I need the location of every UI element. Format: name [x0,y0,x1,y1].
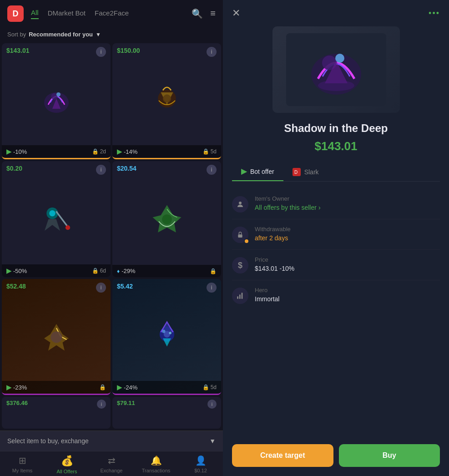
chevron-right-icon: › [318,204,321,211]
grid-row-1: $143.01 i ▶ -10% [2,43,221,159]
item-discount-3: ▶ -50% [6,267,27,274]
dmarket-source-icon-3: ▶ [6,267,11,274]
items-grid: $143.01 i ▶ -10% [0,41,223,430]
detail-owner: Item's Owner All offers by this seller › [232,189,440,219]
svg-point-10 [50,331,62,343]
price-icon: $ [232,257,248,273]
svg-rect-25 [239,294,241,299]
item-artwork-5 [36,316,77,357]
hero-item-image [272,26,400,113]
tab-bot-offer[interactable]: ▶ Bot offer [232,162,283,181]
price-content: Price $143.01 -10% [255,256,440,272]
nav-all-offers[interactable]: 💰 All Offers [45,455,89,474]
svg-rect-24 [237,296,238,299]
slark-flag-icon: D [293,168,301,176]
exchange-label: Exchange [101,468,123,473]
balance-label: $0.12 [194,468,207,473]
detail-hero: Hero Immortal [232,280,440,310]
app-header: D All DMarket Bot Face2Face 🔍 ≡ [0,0,223,27]
nav-tabs: All DMarket Bot Face2Face [31,9,184,19]
item-artwork-2 [146,80,187,121]
nav-tab-face2face[interactable]: Face2Face [95,9,129,19]
svg-rect-26 [242,293,243,299]
item-discount-value-2: -14% [124,148,137,155]
item-info-btn-2[interactable]: i [207,47,217,57]
svg-point-8 [66,225,70,230]
nav-tab-all[interactable]: All [31,9,39,19]
bot-offer-label: Bot offer [250,168,274,175]
item-detail-price: $143.01 [223,139,449,153]
nav-my-items[interactable]: ⊞ My Items [0,455,45,474]
my-items-icon: ⊞ [19,455,26,466]
item-lock-5: 🔒 [99,384,106,390]
sort-chevron-icon: ▼ [96,31,101,38]
nav-tab-dmarket[interactable]: DMarket Bot [48,9,86,19]
svg-point-13 [162,330,165,333]
item-info-btn-4[interactable]: i [207,165,217,175]
item-card-4[interactable]: $20.54 i ♦ -29% 🔒 [112,161,221,277]
withdraw-content: Withdrawable after 2 days [255,226,440,242]
hero-label: Hero [255,287,440,294]
item-info-btn-8[interactable]: i [207,400,217,409]
item-card-1[interactable]: $143.01 i ▶ -10% [2,43,111,159]
panel-header: ✕ ••• [223,0,449,26]
item-image-3 [2,161,111,277]
owner-content: Item's Owner All offers by this seller › [255,195,440,211]
svg-point-2 [56,92,61,96]
hero-icon [232,288,248,304]
item-card-2[interactable]: $150.00 i ▶ -14% [112,43,221,159]
filter-icon[interactable]: ≡ [210,8,216,19]
lock-icon-3: 🔒 [92,268,99,274]
more-button[interactable]: ••• [429,9,440,18]
owner-link-text: All offers by this seller [255,204,317,211]
nav-balance[interactable]: 👤 $0.12 [178,455,223,474]
buy-button[interactable]: Buy [339,444,440,467]
close-button[interactable]: ✕ [232,7,240,19]
item-card-6[interactable]: $5.42 i ▶ -24% [112,279,221,395]
item-footer-2: ▶ -14% 🔒 5d [112,145,221,158]
select-bar[interactable]: Select item to buy, exchange ▼ [0,430,223,451]
item-card-5[interactable]: $52.48 i ▶ -23% 🔒 [2,279,111,395]
item-card-3[interactable]: $0.20 i ▶ -50% [2,161,111,277]
item-discount-value-6: -24% [124,384,137,391]
item-info-btn-3[interactable]: i [96,165,106,175]
item-info-btn-1[interactable]: i [96,47,106,57]
item-artwork-1 [36,80,77,121]
item-footer-1: ▶ -10% 🔒 2d [2,145,111,158]
item-image-2 [112,43,221,158]
svg-rect-23 [238,234,242,238]
select-chevron-icon: ▼ [209,437,216,445]
item-card-8[interactable]: $79.11 i [112,397,221,429]
item-info-btn-5[interactable]: i [96,283,106,293]
bot-offer-icon: ▶ [241,167,247,176]
item-lock-days-6: 5d [211,384,217,390]
item-info-btn-7[interactable]: i [97,400,106,409]
owner-link[interactable]: All offers by this seller › [255,204,440,211]
svg-point-9 [162,214,172,224]
item-discount-value-4: -29% [121,268,135,274]
nav-exchange[interactable]: ⇄ Exchange [89,455,134,474]
dmarket-source-icon-2: ▶ [117,148,122,155]
app-logo: D [7,5,24,22]
item-info-btn-6[interactable]: i [207,283,217,293]
grid-row-2: $0.20 i ▶ -50% [2,161,221,277]
item-card-7[interactable]: $376.46 i [2,397,111,429]
search-icon[interactable]: 🔍 [192,8,203,19]
details-list: Item's Owner All offers by this seller ›… [223,189,449,437]
hero-artwork [286,33,386,106]
person-icon [236,200,244,208]
nav-transactions[interactable]: 🔔 Transactions [134,455,178,474]
dmarket-source-icon-5: ▶ [6,384,11,391]
tab-slark[interactable]: D Slark [283,162,328,181]
withdraw-label: Withdrawable [255,226,440,233]
item-artwork-4 [146,199,187,240]
sort-bar[interactable]: Sort by Recommended for you ▼ [0,27,223,41]
transactions-label: Transactions [142,468,171,473]
my-items-label: My Items [12,468,33,473]
select-label: Select item to buy, exchange [7,437,89,445]
lock-icon [237,231,244,238]
warning-dot [244,238,249,244]
offer-tabs: ▶ Bot offer D Slark [232,162,440,182]
item-price-2: $150.00 [117,47,140,54]
create-target-button[interactable]: Create target [232,444,333,467]
